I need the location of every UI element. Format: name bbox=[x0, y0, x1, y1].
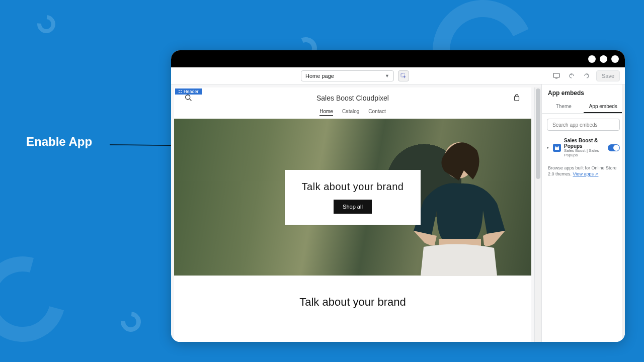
store-name: Sales Boost Cloudpixel bbox=[193, 94, 512, 102]
external-link-icon: ↗ bbox=[595, 172, 598, 176]
hero-card: Talk about your brand Shop all bbox=[285, 170, 421, 225]
redo-button[interactable] bbox=[581, 70, 592, 81]
bg-decor bbox=[117, 308, 145, 336]
theme-preview-pane: Header Sales Boost Cloudpixel Home Catal… bbox=[171, 84, 541, 342]
save-button[interactable]: Save bbox=[596, 70, 620, 81]
window-control-dot[interactable] bbox=[588, 55, 596, 63]
editor-toolbar: Home page ▼ Save bbox=[171, 67, 625, 84]
annotation-label: Enable App bbox=[26, 135, 92, 149]
section-chip-label: Header bbox=[184, 89, 199, 94]
browser-window: Home page ▼ Save Header bbox=[171, 50, 625, 342]
device-desktop-button[interactable] bbox=[551, 70, 562, 81]
bg-decor bbox=[0, 241, 81, 357]
tab-app-embeds[interactable]: App embeds bbox=[584, 101, 623, 113]
panel-scrollbar[interactable] bbox=[622, 84, 625, 342]
storefront-nav: Home Catalog Contact bbox=[174, 109, 531, 119]
bg-decor bbox=[34, 12, 59, 37]
page-selector[interactable]: Home page ▼ bbox=[301, 70, 394, 81]
section-chip-header[interactable]: Header bbox=[175, 88, 202, 95]
preview-scrollbar[interactable] bbox=[534, 87, 541, 342]
panel-help-text: Browse apps built for Online Store 2.0 t… bbox=[542, 162, 625, 180]
panel-title: App embeds bbox=[542, 84, 625, 101]
nav-item-catalog[interactable]: Catalog bbox=[342, 109, 359, 115]
cursor-icon bbox=[400, 73, 407, 79]
view-apps-link[interactable]: View apps ↗ bbox=[573, 171, 599, 176]
page-selector-value: Home page bbox=[305, 73, 334, 79]
svg-point-8 bbox=[186, 95, 190, 100]
app-embed-title: Sales Boost & Popups bbox=[564, 138, 605, 149]
hero-heading: Talk about your brand bbox=[302, 181, 404, 193]
svg-point-7 bbox=[181, 92, 182, 93]
svg-point-4 bbox=[179, 90, 180, 91]
hero-shop-all-button[interactable]: Shop all bbox=[334, 200, 372, 214]
storefront-header: Sales Boost Cloudpixel bbox=[174, 87, 531, 109]
desktop-icon bbox=[553, 73, 560, 79]
svg-line-9 bbox=[190, 99, 192, 101]
app-embed-toggle[interactable] bbox=[608, 144, 620, 151]
svg-point-6 bbox=[179, 92, 180, 93]
window-control-dot[interactable] bbox=[611, 55, 619, 63]
chevron-right-icon: ▸ bbox=[547, 145, 550, 150]
svg-rect-3 bbox=[555, 78, 557, 78]
hero-section: Talk about your brand Shop all bbox=[174, 119, 531, 276]
inspector-toggle-button[interactable] bbox=[398, 70, 409, 81]
redo-icon bbox=[583, 72, 590, 79]
app-embed-subtitle: Sales Boost | Sales Popups bbox=[564, 149, 605, 158]
svg-rect-16 bbox=[555, 146, 558, 147]
nav-item-contact[interactable]: Contact bbox=[368, 109, 385, 115]
undo-icon bbox=[568, 72, 575, 79]
search-app-embeds[interactable] bbox=[547, 119, 620, 131]
search-input[interactable] bbox=[552, 122, 616, 128]
search-icon[interactable] bbox=[184, 94, 193, 103]
window-control-dot[interactable] bbox=[600, 55, 607, 63]
tab-theme-settings[interactable]: Theme bbox=[544, 101, 584, 113]
window-titlebar bbox=[171, 50, 625, 67]
app-icon bbox=[553, 144, 561, 152]
chevron-down-icon: ▼ bbox=[385, 73, 389, 78]
nav-item-home[interactable]: Home bbox=[319, 109, 333, 116]
cart-icon[interactable] bbox=[512, 94, 521, 103]
svg-point-5 bbox=[181, 90, 182, 91]
app-embed-row[interactable]: ▸ Sales Boost & Popups Sales Boost | Sal… bbox=[542, 136, 625, 162]
svg-rect-10 bbox=[515, 96, 519, 101]
svg-rect-2 bbox=[553, 73, 559, 77]
app-embeds-panel: App embeds Theme App embeds ▸ Sales Boos… bbox=[541, 84, 625, 342]
undo-button[interactable] bbox=[566, 70, 577, 81]
section-2-heading: Talk about your brand bbox=[174, 276, 531, 329]
grip-icon bbox=[178, 89, 182, 94]
